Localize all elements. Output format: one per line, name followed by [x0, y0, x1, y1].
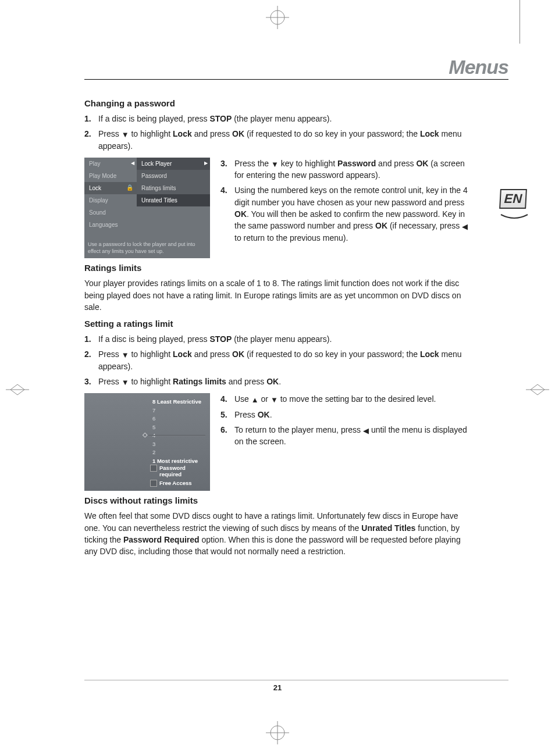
crop-mark-bottom [266, 721, 289, 744]
language-badge-text: EN [504, 191, 522, 206]
heading-ratings-limits: Ratings limits [84, 263, 474, 273]
submenu-item: Ratings limits [137, 182, 210, 194]
submenu-item: Password [137, 170, 210, 182]
menu-item: Languages [84, 219, 137, 231]
triangle-right-icon: ▶ [204, 161, 208, 166]
trim-line-right [520, 0, 520, 44]
s3-step4: 4. Use ▲ or ▼ to move the setting bar to… [220, 393, 474, 405]
lock-icon: 🔒 [126, 184, 133, 191]
triangle-left-icon: ◀ [131, 161, 134, 166]
crop-mark-top [266, 6, 289, 29]
s1-step1: 1. If a disc is being played, press STOP… [84, 113, 474, 124]
language-badge: EN [500, 189, 529, 218]
submenu-item-selected: ◀Lock Player▶ [137, 158, 210, 170]
down-arrow-icon: ▼ [122, 379, 129, 386]
screenshot-lock-menu: Play Play Mode Lock🔒 Display Sound Langu… [84, 158, 210, 258]
crop-mark-left [6, 381, 29, 398]
left-arrow-icon: ◀ [462, 223, 468, 230]
left-arrow-icon: ◀ [363, 427, 369, 434]
s1-step4: 4. Using the numbered keys on the remote… [220, 184, 474, 243]
heading-changing-password: Changing a password [84, 98, 474, 108]
ratings-limits-para: Your player provides ratings limits on a… [84, 277, 474, 313]
screenshot-ratings-scale: 8 Least Restrictive 7 6 5 4 3 2 1 Most r… [84, 393, 210, 491]
header-rule [84, 79, 508, 80]
heading-setting-ratings-limit: Setting a ratings limit [84, 319, 474, 329]
page-title: Menus [449, 56, 508, 79]
discs-without-ratings-para: We often feel that some DVD discs ought … [84, 510, 474, 557]
heading-discs-without-ratings: Discs without ratings limits [84, 495, 474, 505]
menu-item: Display [84, 194, 137, 206]
rating-level: 7 [150, 406, 205, 415]
submenu-item: Unrated Titles [137, 194, 210, 206]
menu-item: Play [84, 158, 137, 170]
rating-level: 6 [150, 415, 205, 423]
slider-divider [148, 435, 205, 436]
s1-step3: 3. Press the ▼ key to highlight Password… [220, 158, 474, 181]
up-arrow-icon: ▲ [251, 396, 259, 404]
down-arrow-icon: ▼ [122, 351, 129, 359]
option-checkbox: Password required [150, 463, 205, 479]
menu-item: Play Mode [84, 170, 137, 182]
up-down-arrow-icon: ◇ [143, 431, 147, 438]
s3-step6: 6. To return to the player menu, press ◀… [220, 424, 474, 448]
rating-level: 3 [150, 440, 205, 449]
down-arrow-icon: ▼ [122, 131, 129, 138]
screenshot-hint: Use a password to lock the player and pu… [84, 231, 210, 258]
down-arrow-icon: ▼ [271, 396, 278, 404]
s3-step2: 2. Press ▼ to highlight Lock and press O… [84, 348, 474, 372]
s1-step2: 2. Press ▼ to highlight Lock and press O… [84, 128, 474, 152]
rating-level: 5 [150, 423, 205, 432]
option-checkbox: Free Access [150, 479, 205, 487]
menu-item: Sound [84, 206, 137, 219]
crop-mark-right [526, 381, 549, 398]
rating-level: 2 [150, 448, 205, 457]
s3-step3: 3. Press ▼ to highlight Ratings limits a… [84, 376, 474, 387]
s3-step1: 1. If a disc is being played, press STOP… [84, 333, 474, 345]
footer-rule [84, 680, 508, 680]
page-number: 21 [0, 683, 555, 692]
down-arrow-icon: ▼ [271, 161, 279, 168]
rating-level: 8 Least Restrictive [150, 398, 205, 406]
ratings-scale: 8 Least Restrictive 7 6 5 4 3 2 1 Most r… [150, 398, 205, 465]
s3-step5: 5. Press OK. [220, 409, 474, 420]
menu-item-selected: Lock🔒 [84, 182, 137, 194]
